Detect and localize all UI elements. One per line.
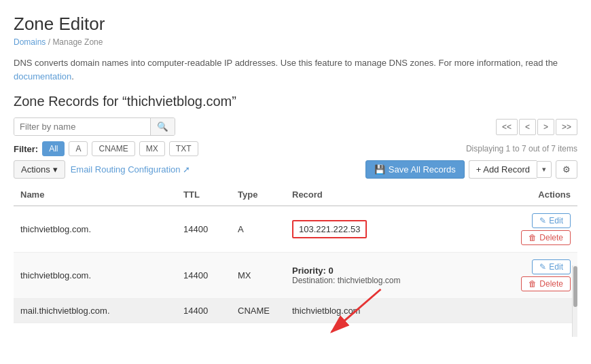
zone-records-title: Zone Records for “thichvietblog.com” [14, 94, 577, 109]
gear-settings-button[interactable]: ⚙ [556, 160, 577, 179]
cell-name-1: thichvietblog.com. [14, 206, 177, 253]
col-header-type: Type [231, 184, 285, 206]
page-title: Zone Editor [14, 14, 577, 35]
email-routing-label: Email Routing Configuration [71, 164, 181, 175]
table-row: thichvietblog.com. 14400 A 103.221.222.5… [14, 206, 577, 253]
displaying-count: Displaying 1 to 7 out of 7 items [466, 144, 577, 153]
scrollbar-track [572, 266, 577, 337]
edit-icon-2: ✎ [539, 262, 546, 272]
add-record-group: + Add Record ▾ [469, 160, 552, 179]
delete-button-2[interactable]: 🗑 Delete [521, 276, 571, 291]
cell-actions-2: ✎ Edit 🗑 Delete [509, 253, 577, 299]
trash-icon-2: 🗑 [529, 279, 537, 289]
filter-btn-mx[interactable]: MX [139, 141, 165, 156]
scrollbar-thumb[interactable] [573, 266, 577, 307]
col-header-ttl: TTL [177, 184, 231, 206]
cell-ttl-1: 14400 [177, 206, 231, 253]
cell-record-1: 103.221.222.53 [285, 206, 509, 253]
add-record-dropdown[interactable]: ▾ [537, 161, 552, 178]
cell-type-1: A [231, 206, 285, 253]
delete-button-1[interactable]: 🗑 Delete [521, 230, 571, 245]
breadcrumb-current: Manage Zone [52, 37, 103, 47]
col-header-name: Name [14, 184, 177, 206]
cell-record-2: Priority: 0 Destination: thichvietblog.c… [285, 253, 509, 299]
cell-type-3: CNAME [231, 299, 285, 323]
table-row: thichvietblog.com. 14400 MX Priority: 0 … [14, 253, 577, 299]
trash-icon-1: 🗑 [529, 233, 537, 242]
cell-ttl-3: 14400 [177, 299, 231, 323]
toolbar: Actions ▾ Email Routing Configuration ➚ … [14, 160, 577, 179]
record-destination: Destination: thichvietblog.com [292, 276, 503, 285]
filter-type-row: Filter: All A CNAME MX TXT Displaying 1 … [14, 141, 577, 156]
actions-caret-icon: ▾ [53, 164, 58, 175]
breadcrumb: Domains / Manage Zone [14, 37, 577, 47]
add-record-button[interactable]: + Add Record [469, 160, 537, 179]
cell-name-3: mail.thichvietblog.com. [14, 299, 177, 323]
pagination: << < > >> [496, 119, 577, 135]
cell-record-3: thichvietblog.com [285, 299, 509, 323]
search-input[interactable] [14, 118, 150, 135]
action-buttons-1: ✎ Edit 🗑 Delete [516, 213, 571, 245]
email-routing-link[interactable]: Email Routing Configuration ➚ [71, 164, 190, 175]
filter-row: 🔍 << < > >> [14, 117, 577, 136]
table-row: mail.thichvietblog.com. 14400 CNAME thic… [14, 299, 577, 323]
pagination-next[interactable]: > [537, 119, 554, 135]
edit-button-2[interactable]: ✎ Edit [532, 259, 571, 274]
save-label: Save All Records [389, 164, 456, 175]
breadcrumb-parent[interactable]: Domains [14, 37, 46, 47]
table-header-row: Name TTL Type Record Actions [14, 184, 577, 206]
save-icon: 💾 [374, 164, 385, 175]
pagination-prev[interactable]: < [519, 119, 536, 135]
add-record-label: + Add Record [476, 164, 530, 175]
edit-icon-1: ✎ [539, 216, 546, 225]
filter-btn-txt[interactable]: TXT [169, 141, 198, 156]
records-table-container: Name TTL Type Record Actions thichvietbl… [14, 184, 577, 323]
cell-actions-1: ✎ Edit 🗑 Delete [509, 206, 577, 253]
toolbar-right: 💾 Save All Records + Add Record ▾ ⚙ [365, 160, 577, 179]
cell-ttl-2: 14400 [177, 253, 231, 299]
documentation-link[interactable]: documentation [14, 71, 71, 81]
col-header-record: Record [285, 184, 509, 206]
col-header-actions: Actions [509, 184, 577, 206]
actions-button[interactable]: Actions ▾ [14, 160, 65, 179]
record-priority: Priority: 0 [292, 266, 503, 276]
records-table: Name TTL Type Record Actions thichvietbl… [14, 184, 577, 323]
cell-name-2: thichvietblog.com. [14, 253, 177, 299]
description-text: DNS converts domain names into computer-… [14, 56, 577, 83]
search-button[interactable]: 🔍 [150, 118, 175, 135]
edit-button-1[interactable]: ✎ Edit [532, 213, 571, 228]
search-box: 🔍 [14, 117, 175, 136]
pagination-first[interactable]: << [496, 119, 518, 135]
filter-btn-a[interactable]: A [69, 141, 88, 156]
cell-actions-3 [509, 299, 577, 323]
filter-btn-all[interactable]: All [42, 141, 65, 156]
filter-btn-cname[interactable]: CNAME [92, 141, 135, 156]
record-value-highlighted: 103.221.222.53 [292, 220, 367, 238]
pagination-last[interactable]: >> [556, 119, 577, 135]
gear-icon: ⚙ [562, 164, 571, 175]
filter-label: Filter: [14, 144, 38, 154]
action-buttons-2: ✎ Edit 🗑 Delete [516, 259, 571, 291]
save-all-records-button[interactable]: 💾 Save All Records [365, 160, 465, 179]
external-link-icon: ➚ [183, 164, 190, 175]
cell-type-2: MX [231, 253, 285, 299]
actions-label: Actions [21, 164, 50, 175]
